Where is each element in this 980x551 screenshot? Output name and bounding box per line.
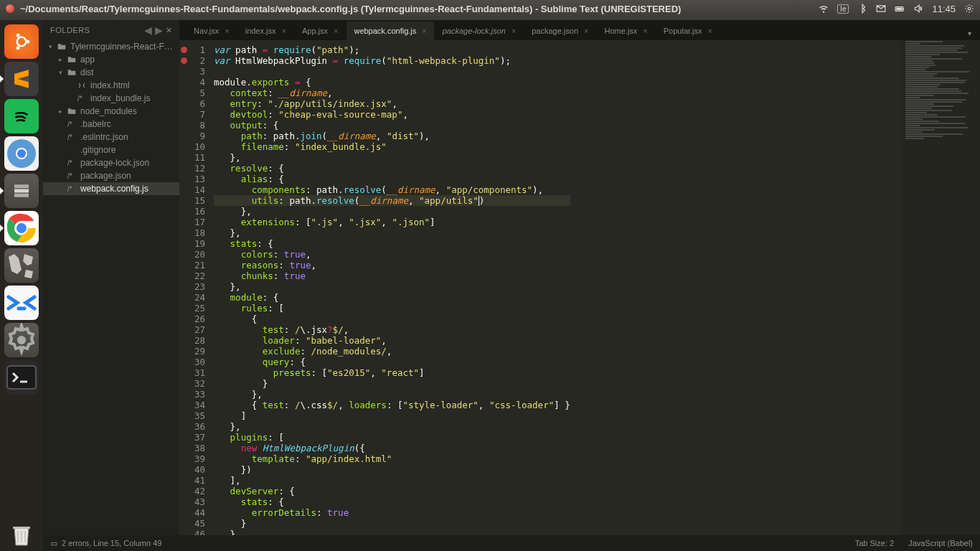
minimap[interactable] bbox=[901, 40, 980, 535]
tree-item[interactable]: /*index_bundle.js bbox=[43, 92, 179, 105]
system-settings-icon[interactable] bbox=[4, 323, 39, 357]
window-titlebar: ~/Documents/React/Tylermcguinnes-React-F… bbox=[0, 0, 980, 17]
tab[interactable]: index.jsx× bbox=[238, 22, 293, 40]
tree-item[interactable]: /*package.json bbox=[43, 169, 179, 182]
html-icon bbox=[77, 81, 88, 90]
tab-close-icon[interactable]: × bbox=[708, 27, 712, 35]
settings-icon[interactable] bbox=[4, 248, 39, 283]
wifi-icon[interactable] bbox=[819, 4, 829, 14]
svg-point-17 bbox=[17, 336, 26, 344]
folder-icon bbox=[57, 42, 67, 51]
tab[interactable]: webpack.config.js× bbox=[347, 22, 433, 40]
tree-item[interactable]: .gitignore bbox=[43, 143, 179, 156]
svg-rect-18 bbox=[7, 366, 36, 389]
line-gutter: 1234567891011121314151617181920212223242… bbox=[179, 40, 211, 535]
close-button[interactable] bbox=[6, 4, 14, 13]
svg-rect-11 bbox=[14, 184, 29, 188]
svg-point-4 bbox=[17, 37, 27, 47]
unity-launcher bbox=[0, 20, 43, 551]
chromium-icon[interactable] bbox=[4, 136, 39, 171]
folder-icon bbox=[67, 68, 77, 77]
gear-icon[interactable] bbox=[964, 4, 974, 14]
spotify-icon[interactable] bbox=[4, 99, 39, 133]
code-editor-pane[interactable]: 1234567891011121314151617181920212223242… bbox=[179, 40, 980, 535]
tree-item[interactable]: ▾Tylermcguinnes-React-F… bbox=[43, 40, 179, 53]
tab-close-icon[interactable]: × bbox=[422, 27, 426, 35]
svg-point-3 bbox=[968, 7, 971, 10]
status-bar: ▭ 2 errors, Line 15, Column 49 Tab Size:… bbox=[43, 535, 980, 551]
bluetooth-icon[interactable] bbox=[857, 4, 867, 14]
tab-close-icon[interactable]: × bbox=[281, 27, 286, 35]
js-icon: /* bbox=[67, 159, 77, 167]
tree-item[interactable]: /*.babelrc bbox=[43, 118, 179, 131]
status-error-icon[interactable]: ▭ bbox=[50, 539, 57, 548]
tree-item[interactable]: /*package-lock.json bbox=[43, 156, 179, 169]
tab-close-icon[interactable]: × bbox=[512, 27, 516, 35]
tree-item[interactable]: /*webpack.config.js bbox=[43, 182, 179, 195]
status-syntax[interactable]: JavaScript (Babel) bbox=[908, 539, 973, 547]
tree-item[interactable]: index.html bbox=[43, 79, 179, 92]
files-icon[interactable] bbox=[4, 174, 39, 208]
svg-point-10 bbox=[17, 149, 26, 158]
js-icon: /* bbox=[67, 133, 77, 141]
svg-rect-13 bbox=[14, 194, 29, 197]
status-errors[interactable]: 2 errors, Line 15, Column 49 bbox=[62, 539, 841, 547]
folder-icon bbox=[67, 55, 77, 64]
folder-icon bbox=[67, 107, 77, 116]
code-editor-icon[interactable] bbox=[4, 286, 39, 320]
terminal-icon[interactable] bbox=[4, 360, 39, 395]
sublime-icon[interactable] bbox=[4, 62, 39, 96]
tab-close-icon[interactable]: × bbox=[225, 27, 229, 35]
tree-item[interactable]: ▸app bbox=[43, 53, 179, 66]
tab[interactable]: package-lock.json× bbox=[435, 22, 524, 40]
tree-item[interactable]: /*.eslintrc.json bbox=[43, 131, 179, 143]
folder-sidebar: FOLDERS ◀ ▶ ✕ ▾Tylermcguinnes-React-F…▸a… bbox=[43, 20, 179, 535]
svg-rect-1 bbox=[903, 8, 904, 9]
tree-item[interactable]: ▾dist bbox=[43, 66, 179, 79]
tab-overflow-icon[interactable]: ▾ bbox=[965, 27, 974, 40]
code-content[interactable]: var path = require("path");var HtmlWebpa… bbox=[211, 40, 570, 535]
js-icon: /* bbox=[77, 95, 88, 103]
sidebar-title: FOLDERS bbox=[50, 26, 90, 34]
trash-icon[interactable] bbox=[4, 517, 39, 551]
nav-back-icon[interactable]: ◀ bbox=[144, 24, 152, 36]
js-icon: /* bbox=[67, 121, 77, 128]
nav-close-icon[interactable]: ✕ bbox=[166, 26, 172, 35]
window-title: ~/Documents/React/Tylermcguinnes-React-F… bbox=[20, 4, 819, 14]
svg-point-5 bbox=[26, 40, 29, 44]
tab[interactable]: Home.jsx× bbox=[597, 22, 654, 40]
volume-icon[interactable] bbox=[913, 4, 923, 14]
tab-bar: Nav.jsx×index.jsx×App.jsx×webpack.config… bbox=[179, 20, 980, 40]
system-tray: Ie 11:45 bbox=[819, 4, 974, 14]
tab[interactable]: Nav.jsx× bbox=[187, 22, 237, 40]
js-icon: /* bbox=[67, 185, 77, 193]
status-tabsize[interactable]: Tab Size: 2 bbox=[855, 539, 894, 547]
tab[interactable]: Popular.jsx× bbox=[656, 22, 720, 40]
svg-point-6 bbox=[17, 34, 20, 37]
tree-item[interactable]: ▸node_modules bbox=[43, 105, 179, 118]
chrome-icon[interactable] bbox=[4, 211, 39, 245]
sublime-editor: FOLDERS ◀ ▶ ✕ ▾Tylermcguinnes-React-F…▸a… bbox=[43, 20, 980, 551]
svg-rect-2 bbox=[897, 8, 903, 10]
tab-close-icon[interactable]: × bbox=[334, 27, 338, 35]
svg-point-7 bbox=[17, 46, 20, 50]
js-icon: /* bbox=[67, 172, 77, 180]
language-indicator[interactable]: Ie bbox=[837, 4, 849, 14]
svg-rect-12 bbox=[14, 189, 29, 193]
clock[interactable]: 11:45 bbox=[932, 4, 956, 14]
tab-close-icon[interactable]: × bbox=[584, 27, 588, 35]
file-tree: ▾Tylermcguinnes-React-F…▸app▾distindex.h… bbox=[43, 39, 179, 197]
tab-close-icon[interactable]: × bbox=[643, 27, 647, 35]
tab[interactable]: App.jsx× bbox=[295, 22, 346, 40]
tab[interactable]: package.json× bbox=[524, 22, 595, 40]
dash-icon[interactable] bbox=[4, 24, 39, 59]
mail-icon[interactable] bbox=[876, 4, 886, 14]
battery-icon[interactable] bbox=[895, 4, 905, 14]
nav-forward-icon[interactable]: ▶ bbox=[155, 24, 163, 36]
